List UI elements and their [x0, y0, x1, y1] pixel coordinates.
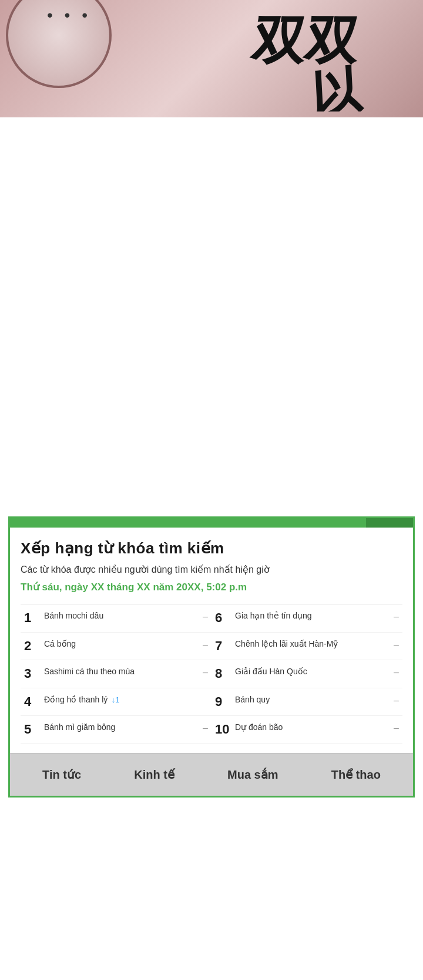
rank-item-text: Cá bống [44, 639, 76, 648]
manga-panel-bg: • • • 双双 以 [0, 0, 423, 117]
list-item[interactable]: 10 Dự đoán bão – [212, 716, 402, 744]
ranking-content: Xếp hạng từ khóa tìm kiếm Các từ khóa đư… [10, 528, 413, 753]
tab-tin-tuc[interactable]: Tin tức [36, 764, 87, 785]
rank-badge: – [394, 666, 399, 678]
rank-item-text: Dự đoán bão [235, 722, 283, 732]
tab-mua-sam[interactable]: Mua sắm [221, 764, 284, 785]
list-item[interactable]: 4 Đồng hồ thanh lý ↓1 [21, 688, 212, 716]
rank-item-text: Chênh lệch lãi xuất Hàn-Mỹ [235, 639, 338, 648]
rank-item-content: Chênh lệch lãi xuất Hàn-Mỹ [235, 638, 388, 650]
rank-item-content: Bánh mochi dâu [44, 610, 197, 621]
rank-item-text: Bánh mì giăm bông [44, 722, 115, 732]
rank-number: 7 [215, 638, 231, 654]
rank-badge: – [394, 694, 399, 706]
bottom-tabs: Tin tức Kinh tế Mua sắm Thể thao [10, 753, 413, 796]
tab-kinh-te[interactable]: Kinh tế [128, 764, 180, 785]
rank-badge: – [203, 666, 208, 678]
ranking-panel: Xếp hạng từ khóa tìm kiếm Các từ khóa đư… [8, 516, 415, 797]
list-item[interactable]: 1 Bánh mochi dâu – [21, 604, 212, 632]
rank-badge: – [203, 638, 208, 650]
rank-number: 1 [24, 610, 41, 626]
rank-item-content: Dự đoán bão [235, 722, 388, 733]
rank-badge: – [394, 722, 399, 734]
rank-item-content: Gia hạn thẻ tín dụng [235, 610, 388, 621]
rank-item-content: Bánh mì giăm bông [44, 722, 197, 733]
rank-number: 10 [215, 722, 231, 737]
list-item[interactable]: 8 Giải đấu Hàn Quốc – [212, 660, 402, 688]
list-item[interactable]: 7 Chênh lệch lãi xuất Hàn-Mỹ – [212, 633, 402, 660]
rank-badge: – [394, 610, 399, 622]
rank-number: 4 [24, 694, 41, 709]
list-item[interactable]: 2 Cá bống – [21, 633, 212, 660]
rank-item-text: Đồng hồ thanh lý [44, 695, 108, 704]
list-item[interactable]: 5 Bánh mì giăm bông – [21, 716, 212, 744]
rank-item-text: Gia hạn thẻ tín dụng [235, 611, 312, 620]
rank-item-content: Bánh quy [235, 694, 388, 705]
rank-badge: – [203, 722, 208, 734]
tab-the-thao[interactable]: Thể thao [325, 764, 387, 785]
rank-number: 3 [24, 666, 41, 681]
rank-badge: – [203, 610, 208, 622]
clock-dots: • • • [47, 6, 91, 25]
rank-item-text: Bánh mochi dâu [44, 611, 103, 620]
list-item[interactable]: 6 Gia hạn thẻ tín dụng – [212, 604, 402, 632]
list-item[interactable]: 9 Bánh quy – [212, 688, 402, 716]
rank-number: 5 [24, 722, 41, 737]
manga-panel: • • • 双双 以 [0, 0, 423, 117]
rank-change-badge: ↓1 [112, 695, 120, 704]
rank-number: 6 [215, 610, 231, 626]
svg-text:以: 以 [310, 61, 365, 111]
rank-item-text: Bánh quy [235, 695, 270, 704]
rank-number: 2 [24, 638, 41, 654]
rank-item-content: Đồng hồ thanh lý ↓1 [44, 694, 208, 705]
ranking-list: 1 Bánh mochi dâu – 6 Gia hạn thẻ tín dụn… [21, 604, 402, 744]
rank-number: 8 [215, 666, 231, 681]
rank-item-text: Giải đấu Hàn Quốc [235, 667, 307, 676]
ranking-date: Thứ sáu, ngày XX tháng XX năm 20XX, 5:02… [21, 581, 402, 593]
rank-badge: – [394, 638, 399, 650]
rank-number: 9 [215, 694, 231, 709]
manga-title-svg: 双双 以 [194, 0, 417, 111]
rank-item-text: Sashimi cá thu theo mùa [44, 667, 135, 676]
rank-item-content: Sashimi cá thu theo mùa [44, 666, 197, 677]
rank-item-content: Giải đấu Hàn Quốc [235, 666, 388, 677]
white-space [0, 117, 423, 516]
svg-text:双双: 双双 [248, 11, 365, 70]
ranking-panel-header [10, 518, 413, 528]
rank-item-content: Cá bống [44, 638, 197, 650]
ranking-title: Xếp hạng từ khóa tìm kiếm [21, 539, 402, 557]
ranking-subtitle: Các từ khóa được nhiều người dùng tìm ki… [21, 563, 402, 576]
ranking-panel-header-accent [366, 518, 413, 528]
list-item[interactable]: 3 Sashimi cá thu theo mùa – [21, 660, 212, 688]
